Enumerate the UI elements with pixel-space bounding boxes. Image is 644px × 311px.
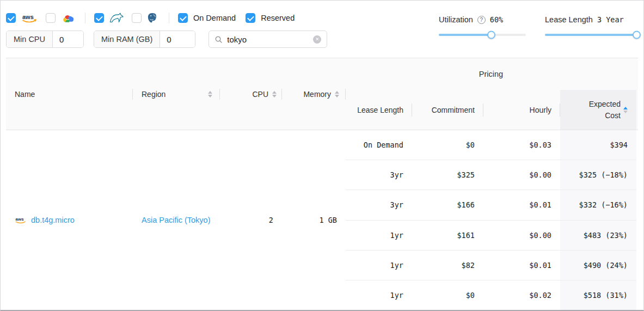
search-icon	[214, 35, 223, 44]
hourly-cell: $0.01	[483, 190, 560, 219]
svg-text:aws: aws	[15, 217, 24, 222]
commitment-cell: $0	[412, 130, 483, 160]
commitment-cell: $161	[412, 221, 483, 250]
instance-cpu-cell: 2	[220, 216, 282, 224]
lease-cell: On Demand	[346, 130, 412, 160]
min-ram-input[interactable]	[160, 31, 195, 47]
min-ram-group: Min RAM (GB)	[94, 31, 195, 48]
column-header-name: Name	[6, 58, 133, 130]
lease-cell: 3yr	[346, 190, 412, 219]
min-ram-label: Min RAM (GB)	[94, 31, 160, 47]
aws-checkbox[interactable]	[6, 13, 16, 23]
instance-table: Name Region CPU Memory Pricing Lease Len…	[6, 58, 638, 310]
instance-row: aws db.t4g.micro Asia Pacific (Tokyo) 2 …	[6, 130, 346, 310]
provider-filter-google-cloud[interactable]	[46, 13, 73, 23]
instance-name-link[interactable]: db.t4g.micro	[31, 216, 75, 224]
sort-icon[interactable]	[208, 91, 212, 97]
svg-text:aws: aws	[22, 14, 34, 20]
table-header: Name Region CPU Memory Pricing Lease Len…	[6, 58, 638, 130]
lease-cell: 1yr	[346, 251, 412, 280]
column-header-region[interactable]: Region	[133, 58, 220, 130]
reserved-checkbox[interactable]	[246, 13, 255, 23]
pricing-row: 1yr $161 $0.00 $483 (23%)	[346, 221, 636, 251]
hourly-cell: $0.00	[483, 160, 560, 190]
commitment-cell: $82	[412, 251, 483, 280]
aws-logo-icon: aws	[21, 13, 38, 23]
postgresql-elephant-icon	[147, 13, 157, 23]
pricing-row: On Demand $0 $0.03 $394	[346, 130, 636, 160]
commitment-cell: $0	[412, 280, 483, 310]
mysql-checkbox[interactable]	[94, 13, 104, 23]
lease-length-slider-handle[interactable]	[633, 31, 641, 39]
hourly-cell: $0.03	[483, 130, 560, 160]
column-header-cpu[interactable]: CPU	[220, 58, 282, 130]
filter-input-row: Min CPU Min RAM (GB) ✕	[6, 31, 638, 48]
filter-checkbox-row: aws	[6, 13, 638, 23]
pricing-row: 3yr $325 $0.00 $325 (−18%)	[346, 160, 636, 190]
hourly-cell: $0.01	[483, 251, 560, 280]
expected-cost-cell: $394	[560, 130, 636, 160]
instance-pricing-app: aws	[0, 0, 644, 311]
aws-provider-icon: aws	[15, 216, 27, 224]
utilization-value: 60%	[490, 15, 503, 24]
pricing-row: 3yr $166 $0.01 $332 (−16%)	[346, 190, 636, 220]
commitment-cell: $325	[412, 160, 483, 190]
reserved-label: Reserved	[261, 14, 295, 22]
expected-cost-cell: $490 (24%)	[560, 251, 636, 280]
lease-length-slider[interactable]	[545, 34, 636, 36]
pricing-filter-on-demand[interactable]: On Demand	[178, 13, 236, 23]
expected-cost-cell: $518 (31%)	[560, 280, 636, 310]
pricing-row: 1yr $0 $0.02 $518 (31%)	[346, 280, 636, 310]
column-header-expected-cost[interactable]: Expected Cost	[560, 90, 636, 130]
hourly-cell: $0.00	[483, 221, 560, 250]
provider-filter-aws[interactable]: aws	[6, 13, 38, 23]
pricing-group-header: Pricing	[346, 58, 636, 90]
column-header-commitment: Commitment	[412, 90, 483, 130]
lease-length-control: Lease Length 3 Year	[545, 15, 636, 36]
on-demand-label: On Demand	[193, 14, 236, 22]
filter-divider	[169, 13, 169, 23]
google-cloud-checkbox[interactable]	[46, 13, 56, 23]
utilization-label: Utilization	[439, 15, 473, 24]
table-body: aws db.t4g.micro Asia Pacific (Tokyo) 2 …	[6, 130, 638, 310]
commitment-cell: $166	[412, 190, 483, 219]
utilization-slider-handle[interactable]	[487, 31, 495, 39]
sort-icon-active-asc[interactable]	[623, 107, 628, 113]
mysql-dolphin-icon	[109, 13, 124, 23]
expected-cost-cell: $332 (−16%)	[560, 190, 636, 219]
column-header-hourly: Hourly	[483, 90, 560, 130]
on-demand-checkbox[interactable]	[178, 13, 188, 23]
lease-cell: 1yr	[346, 221, 412, 250]
pricing-column-group: Pricing Lease Length Commitment Hourly E…	[346, 58, 636, 130]
instance-name-cell: aws db.t4g.micro	[6, 216, 133, 224]
lease-cell: 1yr	[346, 280, 412, 310]
lease-cell: 3yr	[346, 160, 412, 190]
postgresql-checkbox[interactable]	[132, 13, 142, 23]
search-input[interactable]	[227, 35, 313, 44]
lease-length-label: Lease Length	[545, 15, 593, 24]
expected-cost-cell: $483 (23%)	[560, 221, 636, 250]
column-header-memory[interactable]: Memory	[282, 58, 346, 130]
pricing-filter-reserved[interactable]: Reserved	[246, 13, 295, 23]
hourly-cell: $0.02	[483, 280, 560, 310]
filter-bar: aws	[1, 1, 643, 58]
filter-divider	[85, 13, 85, 23]
sort-icon[interactable]	[335, 91, 339, 97]
search-box: ✕	[208, 31, 327, 48]
min-cpu-input[interactable]	[53, 31, 83, 47]
region-link[interactable]: Asia Pacific (Tokyo)	[142, 216, 211, 224]
pricing-rows: On Demand $0 $0.03 $394 3yr $325 $0.00 $…	[346, 130, 636, 310]
sort-icon[interactable]	[272, 91, 277, 97]
instance-memory-cell: 1 GB	[282, 216, 346, 224]
clear-search-icon[interactable]: ✕	[313, 35, 321, 44]
utilization-control: Utilization ? 60%	[439, 15, 526, 36]
google-cloud-icon	[61, 13, 73, 23]
column-header-lease-length: Lease Length	[346, 90, 412, 130]
instance-region-cell: Asia Pacific (Tokyo)	[133, 216, 220, 224]
engine-filter-postgresql[interactable]	[132, 13, 157, 23]
engine-filter-mysql[interactable]	[94, 13, 124, 23]
help-icon[interactable]: ?	[477, 16, 486, 24]
min-cpu-label: Min CPU	[7, 31, 53, 47]
pricing-row: 1yr $82 $0.01 $490 (24%)	[346, 251, 636, 280]
utilization-slider[interactable]	[439, 34, 526, 36]
